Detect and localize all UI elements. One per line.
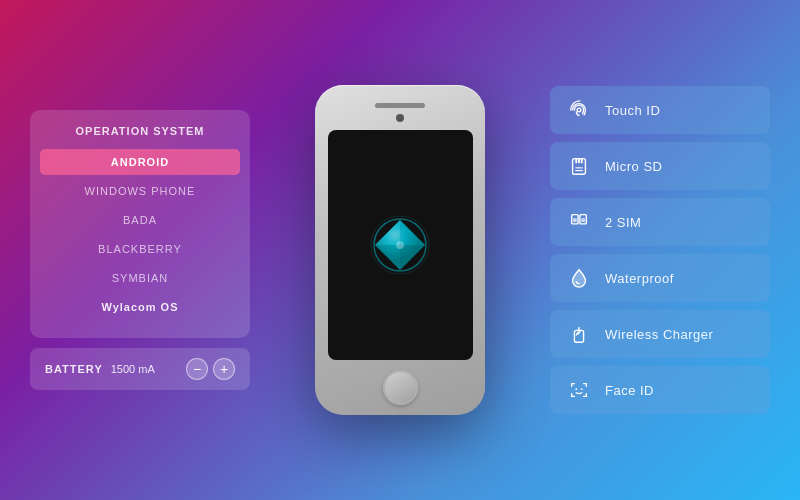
os-blackberry[interactable]: BLACKBERRY	[40, 236, 240, 262]
phone-device	[315, 85, 485, 415]
sim-icon	[565, 208, 593, 236]
phone-speaker	[375, 103, 425, 108]
sim-label: 2 SIM	[605, 215, 641, 230]
svg-rect-18	[581, 218, 585, 222]
face-id-icon	[565, 376, 593, 404]
svg-marker-4	[375, 245, 400, 270]
fingerprint-icon	[565, 96, 593, 124]
os-symbian[interactable]: SYMBIAN	[40, 265, 240, 291]
os-wylacom[interactable]: Wylacom OS	[40, 294, 240, 320]
wireless-charger-label: Wireless Charger	[605, 327, 713, 342]
svg-point-21	[575, 388, 577, 390]
phone-home-button[interactable]	[383, 370, 418, 405]
wireless-charger-icon	[565, 320, 593, 348]
battery-panel: BATTERY 1500 mA − +	[30, 348, 250, 390]
sd-card-icon	[565, 152, 593, 180]
os-bada[interactable]: BADA	[40, 207, 240, 233]
svg-marker-2	[375, 220, 400, 245]
battery-label: BATTERY	[45, 363, 103, 375]
battery-value: 1500 mA	[111, 363, 155, 375]
feature-wireless-charger[interactable]: Wireless Charger	[550, 310, 770, 358]
feature-waterproof[interactable]: Waterproof	[550, 254, 770, 302]
phone-container	[250, 85, 550, 415]
svg-marker-3	[400, 245, 425, 270]
os-panel-title: OPERATION SYSTEM	[40, 125, 240, 137]
feature-face-id[interactable]: Face ID	[550, 366, 770, 414]
phone-screen	[328, 130, 473, 360]
waterproof-icon	[565, 264, 593, 292]
right-panel: Touch ID Micro SD 2 SIM	[550, 86, 770, 414]
os-android[interactable]: ANDROID	[40, 149, 240, 175]
waterproof-label: Waterproof	[605, 271, 674, 286]
os-panel: OPERATION SYSTEM ANDROID WINDOWS PHONE B…	[30, 110, 250, 338]
left-panel: OPERATION SYSTEM ANDROID WINDOWS PHONE B…	[30, 110, 250, 390]
svg-rect-11	[578, 159, 580, 164]
svg-point-22	[581, 388, 583, 390]
battery-decrease-button[interactable]: −	[186, 358, 208, 380]
feature-2-sim[interactable]: 2 SIM	[550, 198, 770, 246]
gem-icon	[370, 215, 430, 275]
svg-rect-17	[573, 218, 577, 222]
svg-point-5	[396, 241, 404, 249]
svg-rect-12	[581, 159, 583, 164]
feature-touch-id[interactable]: Touch ID	[550, 86, 770, 134]
battery-controls: − +	[186, 358, 235, 380]
feature-micro-sd[interactable]: Micro SD	[550, 142, 770, 190]
phone-camera	[396, 114, 404, 122]
os-windows-phone[interactable]: WINDOWS PHONE	[40, 178, 240, 204]
svg-marker-1	[400, 220, 425, 245]
svg-rect-10	[575, 159, 577, 164]
touch-id-label: Touch ID	[605, 103, 660, 118]
svg-point-8	[577, 108, 581, 112]
battery-increase-button[interactable]: +	[213, 358, 235, 380]
micro-sd-label: Micro SD	[605, 159, 662, 174]
face-id-label: Face ID	[605, 383, 654, 398]
